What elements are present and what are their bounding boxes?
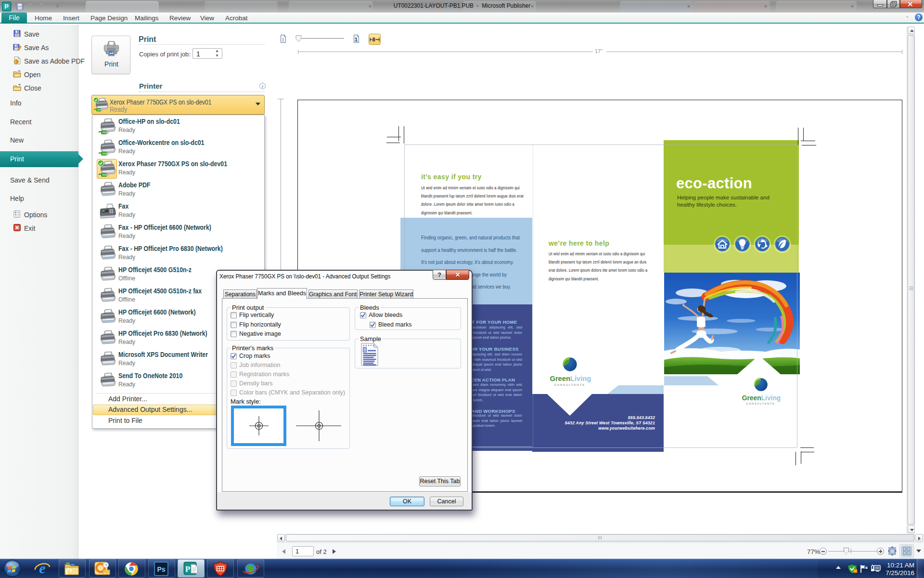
svg-text:1: 1	[282, 37, 284, 42]
svg-text:Ps: Ps	[157, 565, 165, 573]
svg-text:P: P	[185, 565, 190, 574]
svg-text:⊦8⊣: ⊦8⊣	[370, 37, 380, 42]
svg-text:1: 1	[355, 37, 358, 42]
svg-text:e: e	[39, 560, 45, 576]
svg-text:P: P	[4, 3, 9, 10]
